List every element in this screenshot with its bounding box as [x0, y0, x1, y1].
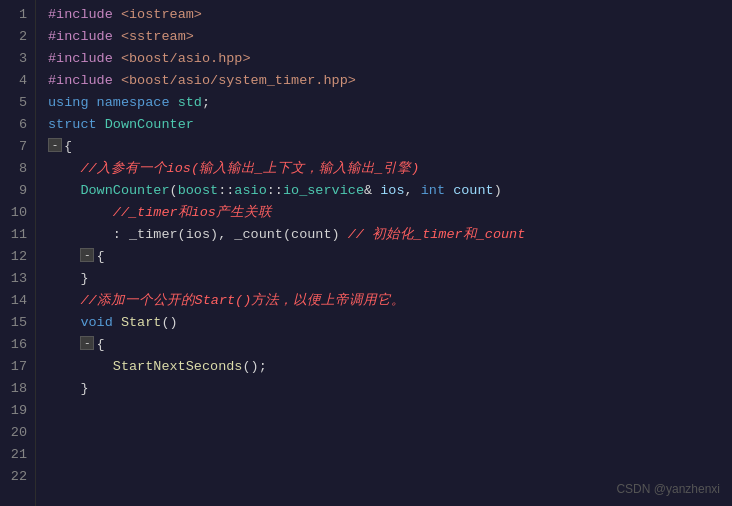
code-editor: 1 2 3 4 5 6 7 8 9 10 11 12 13 14 15 16 1… — [0, 0, 732, 506]
code-line: } — [48, 268, 732, 290]
code-line: #include <boost/asio.hpp> — [48, 48, 732, 70]
code-line: #include <iostream> — [48, 4, 732, 26]
fold-button[interactable]: - — [48, 138, 62, 152]
line-num: 21 — [8, 444, 27, 466]
code-content: #include <iostream> #include <sstream> #… — [36, 0, 732, 506]
line-num: 5 — [8, 92, 27, 114]
code-line: #include <boost/asio/system_timer.hpp> — [48, 70, 732, 92]
code-line: StartNextSeconds(); — [48, 356, 732, 378]
code-line: //入参有一个ios(输入输出_上下文，输入输出_引擎) — [48, 158, 732, 180]
code-line: //_timer和ios产生关联 — [48, 202, 732, 224]
line-num: 7 — [8, 136, 27, 158]
fold-button-3[interactable]: - — [80, 336, 94, 350]
fold-button-2[interactable]: - — [80, 248, 94, 262]
line-num: 19 — [8, 400, 27, 422]
code-line: -{ — [48, 334, 732, 356]
line-num: 12 — [8, 246, 27, 268]
line-num: 9 — [8, 180, 27, 202]
code-line: struct DownCounter — [48, 114, 732, 136]
line-num: 14 — [8, 290, 27, 312]
line-num: 3 — [8, 48, 27, 70]
line-num: 20 — [8, 422, 27, 444]
code-area: 1 2 3 4 5 6 7 8 9 10 11 12 13 14 15 16 1… — [0, 0, 732, 506]
code-line: : _timer(ios), _count(count) // 初始化_time… — [48, 224, 732, 246]
line-num: 6 — [8, 114, 27, 136]
code-line: DownCounter(boost::asio::io_service& ios… — [48, 180, 732, 202]
line-num: 11 — [8, 224, 27, 246]
line-num: 18 — [8, 378, 27, 400]
line-num: 22 — [8, 466, 27, 488]
line-num: 16 — [8, 334, 27, 356]
code-line: -{ — [48, 136, 732, 158]
line-num: 17 — [8, 356, 27, 378]
line-num: 2 — [8, 26, 27, 48]
line-num: 4 — [8, 70, 27, 92]
code-line: using namespace std; — [48, 92, 732, 114]
code-line: #include <sstream> — [48, 26, 732, 48]
line-num: 15 — [8, 312, 27, 334]
line-numbers: 1 2 3 4 5 6 7 8 9 10 11 12 13 14 15 16 1… — [0, 0, 36, 506]
code-line: } — [48, 378, 732, 400]
code-line: -{ — [48, 246, 732, 268]
line-num: 8 — [8, 158, 27, 180]
line-num: 10 — [8, 202, 27, 224]
line-num: 1 — [8, 4, 27, 26]
watermark: CSDN @yanzhenxi — [616, 478, 720, 500]
line-num: 13 — [8, 268, 27, 290]
code-line: void Start() — [48, 312, 732, 334]
code-line: //添加一个公开的Start()方法，以便上帝调用它。 — [48, 290, 732, 312]
